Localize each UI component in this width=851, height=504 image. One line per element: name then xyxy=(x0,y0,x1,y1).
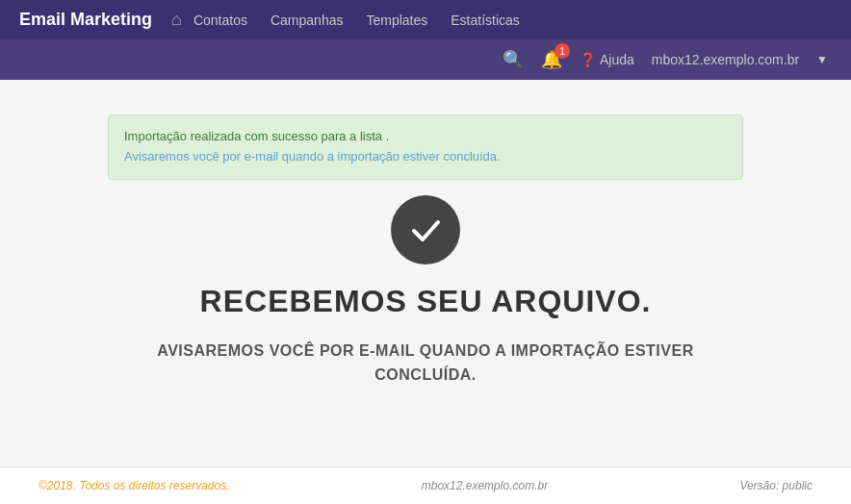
notification-wrapper[interactable]: 🔔 1 xyxy=(541,49,562,70)
alert-line1: Importação realizada com sucesso para a … xyxy=(124,127,727,147)
alert-line2: Avisaremos você por e-mail quando a impo… xyxy=(124,147,727,167)
help-label: Ajuda xyxy=(600,52,634,67)
nav-links: Contatos Campanhas Templates Estatística… xyxy=(193,13,520,28)
subnav: 🔍 🔔 1 ❓ Ajuda mbox12.exemplo.com.br ▼ xyxy=(0,39,851,80)
success-icon-circle xyxy=(391,195,460,265)
footer: ©2018. Todos os direitos reservados. mbo… xyxy=(0,466,851,504)
navbar: Email Marketing ⌂ Contatos Campanhas Tem… xyxy=(0,0,851,39)
nav-templates[interactable]: Templates xyxy=(366,13,427,28)
main-title: RECEBEMOS SEU ARQUIVO. xyxy=(200,284,652,319)
alert-link[interactable]: Avisaremos você por e-mail quando a impo… xyxy=(124,149,501,164)
nav-campanhas[interactable]: Campanhas xyxy=(271,13,344,28)
nav-estatisticas[interactable]: Estatísticas xyxy=(451,13,520,28)
main-content: Importação realizada com sucesso para a … xyxy=(0,80,851,466)
nav-contatos[interactable]: Contatos xyxy=(193,13,247,28)
help-button[interactable]: ❓ Ajuda xyxy=(580,52,634,67)
question-icon: ❓ xyxy=(580,52,596,67)
footer-version: Versão: public xyxy=(739,479,812,492)
notification-badge: 1 xyxy=(554,43,570,59)
home-icon[interactable]: ⌂ xyxy=(171,10,182,30)
brand-label: Email Marketing xyxy=(19,10,152,30)
main-subtitle: AVISAREMOS VOCÊ POR E-MAIL QUANDO A IMPO… xyxy=(137,339,714,388)
checkmark-icon xyxy=(406,211,445,249)
alert-banner: Importação realizada com sucesso para a … xyxy=(108,114,743,180)
account-menu[interactable]: mbox12.exemplo.com.br xyxy=(652,52,799,67)
search-icon[interactable]: 🔍 xyxy=(503,49,524,70)
account-dropdown-icon[interactable]: ▼ xyxy=(816,53,828,66)
footer-copyright: ©2018. Todos os direitos reservados. xyxy=(39,479,230,492)
footer-domain: mbox12.exemplo.com.br xyxy=(422,479,548,492)
